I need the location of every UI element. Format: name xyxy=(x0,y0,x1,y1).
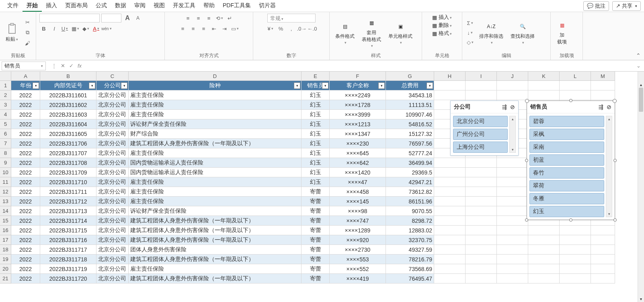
cell[interactable]: 雇主责任保险 xyxy=(129,148,301,158)
cell[interactable]: 建筑工程团体人身意外伤害保险（一年期及以下） xyxy=(129,216,301,226)
slicer-item[interactable]: 翠荷 xyxy=(529,180,604,191)
fill-icon[interactable]: ↓ xyxy=(466,28,474,37)
cell[interactable] xyxy=(497,197,528,206)
cell[interactable] xyxy=(497,264,528,274)
align-right-icon[interactable]: ≡ xyxy=(199,24,208,33)
cell[interactable]: ××××458 xyxy=(330,187,386,197)
cell[interactable]: ××××47 xyxy=(330,177,386,187)
slicer-item[interactable]: 采枫 xyxy=(529,129,604,140)
cell[interactable]: 幻玉 xyxy=(301,158,330,168)
cell[interactable] xyxy=(466,226,497,235)
row-header[interactable]: 2 xyxy=(0,90,11,100)
multi-select-icon[interactable]: ⇶ xyxy=(599,104,603,110)
cell[interactable]: 北京分公司 xyxy=(96,245,129,255)
row-header[interactable]: 9 xyxy=(0,158,11,168)
decrease-decimal-icon[interactable]: ←.0 xyxy=(308,24,317,33)
cell[interactable]: ××××230 xyxy=(330,139,386,148)
cell[interactable]: 76597.56 xyxy=(386,139,434,148)
cell[interactable] xyxy=(466,235,497,245)
cell[interactable]: 49327.59 xyxy=(386,245,434,255)
cell[interactable] xyxy=(466,81,497,90)
cell[interactable]: 寄蕾 xyxy=(301,235,330,245)
border-icon[interactable]: ▦ xyxy=(71,24,80,33)
cell[interactable]: 寄蕾 xyxy=(301,255,330,264)
cell[interactable]: 2022 xyxy=(11,216,40,226)
cell[interactable] xyxy=(434,255,466,264)
cell[interactable]: ××××3999 xyxy=(330,110,386,119)
cell[interactable]: 建筑工程团体人身意外伤害保险（一年期及以下） xyxy=(129,139,301,148)
cell[interactable]: 2022 xyxy=(11,235,40,245)
cell[interactable] xyxy=(528,81,560,90)
align-left-icon[interactable]: ≡ xyxy=(178,24,187,33)
cell[interactable]: 北京分公司 xyxy=(96,139,129,148)
cell[interactable]: 2022 xyxy=(11,245,40,255)
cell[interactable] xyxy=(466,90,497,100)
cell[interactable]: 幻玉 xyxy=(301,177,330,187)
font-family-select[interactable] xyxy=(39,14,100,23)
cell[interactable]: 2022 xyxy=(11,90,40,100)
cell[interactable] xyxy=(497,206,528,216)
cell[interactable]: 北京分公司 xyxy=(96,274,129,284)
cell[interactable] xyxy=(434,168,466,177)
cell[interactable] xyxy=(466,177,497,187)
cell[interactable]: 雇主责任保险 xyxy=(129,187,301,197)
cell[interactable]: 幻玉 xyxy=(301,100,330,110)
conditional-format-button[interactable]: ▤条件格式 xyxy=(333,20,357,45)
cell[interactable]: ××××145 xyxy=(330,197,386,206)
slicer-item[interactable]: 初蓝 xyxy=(529,154,604,166)
row-header[interactable]: 6 xyxy=(0,129,11,139)
cell[interactable]: ××××2730 xyxy=(330,245,386,255)
cell[interactable]: 32370.75 xyxy=(386,235,434,245)
vertical-scrollbar[interactable]: ▴▾ xyxy=(638,72,644,302)
cell[interactable]: 2022BJ311604 xyxy=(40,119,96,129)
cell[interactable] xyxy=(434,216,466,226)
cell[interactable] xyxy=(560,81,591,90)
number-format-select[interactable]: 常规 xyxy=(267,14,316,23)
row-header[interactable]: 14 xyxy=(0,206,11,216)
cell[interactable]: 北京分公司 xyxy=(96,168,129,177)
slicer-scrollbar[interactable]: ▴▾ xyxy=(509,116,516,153)
cell[interactable]: 北京分公司 xyxy=(96,90,129,100)
cell[interactable]: 2022 xyxy=(11,264,40,274)
cell[interactable]: 北京分公司 xyxy=(96,187,129,197)
cell[interactable]: 42947.21 xyxy=(386,177,434,187)
filter-button[interactable]: ▾ xyxy=(33,82,39,89)
cell[interactable]: 财产综合险 xyxy=(129,129,301,139)
cell[interactable] xyxy=(497,226,528,235)
slicer-item[interactable]: 上海分公司 xyxy=(453,142,508,153)
increase-decimal-icon[interactable]: .0→ xyxy=(297,24,306,33)
menu-tab-8[interactable]: 开发工具 xyxy=(169,0,199,12)
cell[interactable] xyxy=(497,168,528,177)
cell[interactable] xyxy=(528,235,560,245)
cell[interactable]: 雇主责任保险 xyxy=(129,264,301,274)
align-middle-icon[interactable]: ≡ xyxy=(194,14,203,23)
cell[interactable] xyxy=(560,245,591,255)
cell[interactable] xyxy=(560,90,591,100)
cell[interactable]: 诉讼财产保全责任保险 xyxy=(129,119,301,129)
cell[interactable]: 幻玉 xyxy=(301,90,330,100)
cell[interactable]: 2022BJ311603 xyxy=(40,110,96,119)
cell[interactable]: 2022 xyxy=(11,168,40,177)
name-box[interactable]: 销售员▾ xyxy=(2,62,46,70)
menu-tab-10[interactable]: PDF工具集 xyxy=(219,0,255,12)
cell[interactable]: 2022BJ311707 xyxy=(40,148,96,158)
addins-button[interactable]: ▦加 载项 xyxy=(554,19,570,46)
confirm-icon[interactable]: ✓ xyxy=(69,63,74,69)
col-header-B[interactable]: B xyxy=(40,72,96,81)
cell[interactable]: 寄蕾 xyxy=(301,245,330,255)
cell[interactable]: ××××1728 xyxy=(330,100,386,110)
slicer-item[interactable]: 冬雁 xyxy=(529,193,604,204)
cell[interactable]: 2022 xyxy=(11,255,40,264)
col-header-F[interactable]: F xyxy=(330,72,386,81)
cell[interactable]: 建筑工程团体人身意外伤害保险（一年期及以下） xyxy=(129,226,301,235)
select-all-corner[interactable] xyxy=(0,72,11,81)
cell[interactable] xyxy=(466,197,497,206)
font-color-icon[interactable]: A xyxy=(92,24,100,33)
cell[interactable]: 2022BJ311706 xyxy=(40,139,96,148)
cell[interactable]: ××××645 xyxy=(330,148,386,158)
cell[interactable] xyxy=(466,168,497,177)
slicer-item[interactable]: 北京分公司 xyxy=(453,116,508,127)
menu-tab-4[interactable]: 公式 xyxy=(92,0,111,12)
cell[interactable]: 36499.94 xyxy=(386,158,434,168)
col-header-I[interactable]: I xyxy=(466,72,497,81)
